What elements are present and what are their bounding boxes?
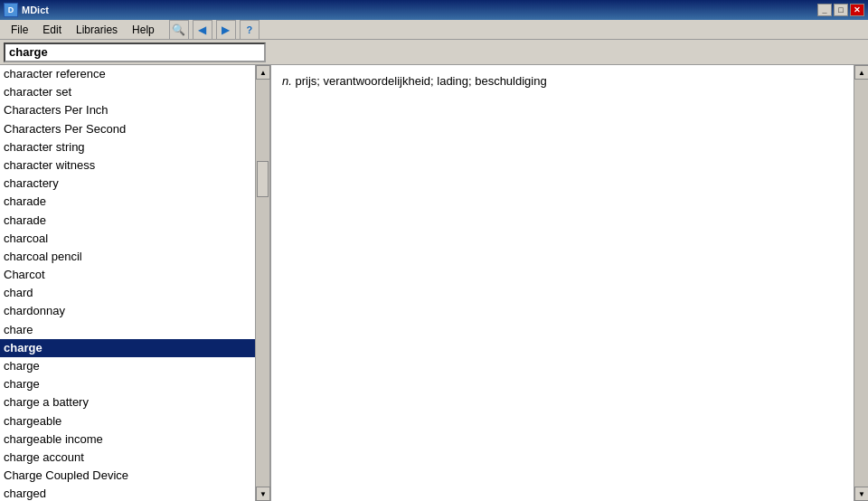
minimize-button[interactable]: _ xyxy=(817,4,832,16)
search-bar xyxy=(0,40,868,65)
toolbar-icon-search[interactable]: 🔍 xyxy=(169,20,189,40)
left-panel: character referencecharacter setCharacte… xyxy=(0,65,271,501)
word-list-item[interactable]: character string xyxy=(0,138,269,156)
title-bar-left: D MDict xyxy=(4,3,49,17)
word-list-item[interactable]: Characters Per Inch xyxy=(0,101,269,119)
word-list-item[interactable]: chargeable income xyxy=(0,430,269,449)
word-list-item[interactable]: character set xyxy=(0,83,269,101)
app-title: MDict xyxy=(22,5,49,15)
word-list-item[interactable]: charade xyxy=(0,193,269,211)
right-panel: n. prijs; verantwoordelijkheid; lading; … xyxy=(271,65,868,501)
scroll-down-button[interactable]: ▼ xyxy=(256,487,270,501)
word-list-item[interactable]: chare xyxy=(0,321,269,339)
definition-text: n. prijs; verantwoordelijkheid; lading; … xyxy=(282,72,857,90)
scroll-up-button[interactable]: ▲ xyxy=(256,65,270,80)
toolbar-icons: 🔍 ◀ ▶ ? xyxy=(169,20,259,40)
close-button[interactable]: ✕ xyxy=(850,4,864,16)
app-icon: D xyxy=(4,3,18,17)
word-list-item[interactable]: chargeable xyxy=(0,412,269,430)
menu-bar: File Edit Libraries Help 🔍 ◀ ▶ ? xyxy=(0,20,868,40)
word-list-item[interactable]: charged xyxy=(0,485,269,501)
word-list-item[interactable]: chard xyxy=(0,284,269,302)
definition-translation: prijs; verantwoordelijkheid; lading; bes… xyxy=(295,74,546,88)
word-list-item[interactable]: charge xyxy=(0,357,269,375)
word-list-item[interactable]: Characters Per Second xyxy=(0,120,269,138)
toolbar-icon-back[interactable]: ◀ xyxy=(193,20,212,40)
scroll-track[interactable] xyxy=(256,80,269,487)
menu-libraries[interactable]: Libraries xyxy=(69,22,125,38)
scroll-thumb[interactable] xyxy=(257,161,269,197)
toolbar-icon-help[interactable]: ? xyxy=(240,20,259,40)
word-list-item[interactable]: charge a battery xyxy=(0,393,269,411)
menu-file[interactable]: File xyxy=(4,22,35,38)
right-scroll-up-button[interactable]: ▲ xyxy=(854,65,868,80)
main-content: character referencecharacter setCharacte… xyxy=(0,65,868,501)
word-list-item[interactable]: character reference xyxy=(0,65,269,83)
word-list-item[interactable]: charcoal xyxy=(0,230,269,248)
search-input[interactable] xyxy=(4,43,266,62)
word-list: character referencecharacter setCharacte… xyxy=(0,65,269,501)
pos-label: n. xyxy=(282,74,292,88)
window-controls: _ □ ✕ xyxy=(817,4,864,16)
word-list-item[interactable]: charade xyxy=(0,212,269,230)
toolbar-icon-forward[interactable]: ▶ xyxy=(216,20,236,40)
word-list-item[interactable]: charactery xyxy=(0,175,269,193)
maximize-button[interactable]: □ xyxy=(834,4,848,16)
word-list-item[interactable]: charcoal pencil xyxy=(0,248,269,266)
menu-help[interactable]: Help xyxy=(125,22,162,38)
word-list-item[interactable]: chardonnay xyxy=(0,302,269,320)
word-list-item[interactable]: Charge Coupled Device xyxy=(0,467,269,485)
word-list-item[interactable]: character witness xyxy=(0,156,269,175)
right-scroll-track[interactable] xyxy=(854,80,868,487)
left-scrollbar[interactable]: ▲ ▼ xyxy=(255,65,269,501)
right-scrollbar[interactable]: ▲ ▼ xyxy=(854,65,868,501)
menu-edit[interactable]: Edit xyxy=(35,22,69,38)
title-bar: D MDict _ □ ✕ xyxy=(0,0,868,20)
word-list-item[interactable]: Charcot xyxy=(0,266,269,284)
word-list-item[interactable]: charge account xyxy=(0,449,269,467)
word-list-item[interactable]: charge xyxy=(0,375,269,393)
word-list-item[interactable]: charge xyxy=(0,339,269,357)
right-scroll-down-button[interactable]: ▼ xyxy=(854,487,868,501)
